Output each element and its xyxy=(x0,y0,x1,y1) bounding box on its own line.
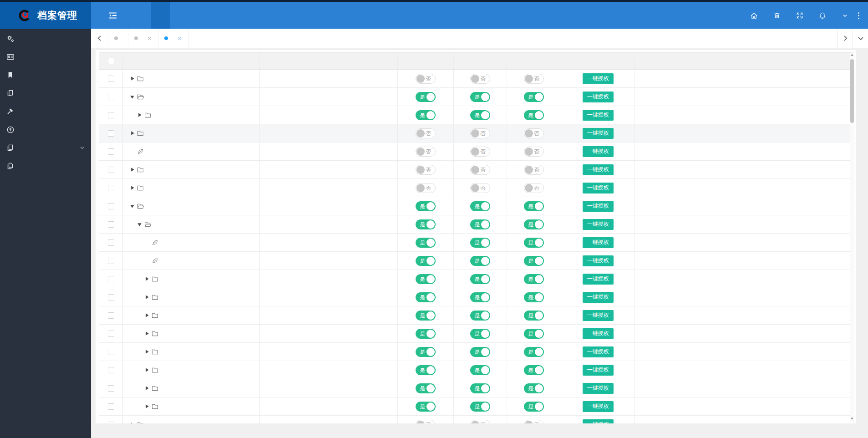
toggle-readable[interactable]: 是 xyxy=(416,311,436,321)
toggle-writable[interactable]: 是 xyxy=(470,92,490,102)
sidebar-item-6[interactable] xyxy=(0,139,91,157)
toggle-downloadable[interactable]: 是 xyxy=(524,347,544,357)
authorize-button[interactable]: 一键授权 xyxy=(583,146,614,157)
toggle-downloadable[interactable]: 否 xyxy=(524,165,544,175)
toggle-writable[interactable]: 否 xyxy=(470,128,490,138)
row-checkbox[interactable] xyxy=(108,148,114,155)
toggle-writable[interactable]: 是 xyxy=(470,201,490,211)
sidebar-item-1[interactable] xyxy=(0,48,91,66)
row-checkbox[interactable] xyxy=(108,385,114,392)
toggle-readable[interactable]: 是 xyxy=(416,274,436,284)
authorize-button[interactable]: 一键授权 xyxy=(583,255,614,266)
caret-right-icon[interactable] xyxy=(129,422,135,423)
toggle-downloadable[interactable]: 是 xyxy=(524,201,544,211)
toggle-readable[interactable]: 是 xyxy=(416,201,436,211)
row-checkbox[interactable] xyxy=(108,331,114,337)
toggle-downloadable[interactable]: 是 xyxy=(524,92,544,102)
sidebar-item-7[interactable] xyxy=(0,157,91,175)
sidebar-item-2[interactable] xyxy=(0,66,91,84)
toggle-writable[interactable]: 是 xyxy=(470,292,490,302)
row-checkbox[interactable] xyxy=(108,94,114,100)
toggle-downloadable[interactable]: 是 xyxy=(524,274,544,284)
row-checkbox[interactable] xyxy=(108,422,114,424)
toggle-readable[interactable]: 是 xyxy=(416,256,436,266)
sidebar-item-5[interactable] xyxy=(0,121,91,139)
more-options-button[interactable] xyxy=(853,2,863,29)
authorize-button[interactable]: 一键授权 xyxy=(583,383,614,394)
authorize-button[interactable]: 一键授权 xyxy=(583,164,614,175)
toggle-writable[interactable]: 是 xyxy=(470,365,490,375)
authorize-button[interactable]: 一键授权 xyxy=(583,128,614,139)
toggle-readable[interactable]: 是 xyxy=(416,383,436,393)
row-checkbox[interactable] xyxy=(108,276,114,282)
row-checkbox[interactable] xyxy=(108,294,114,300)
authorize-button[interactable]: 一键授权 xyxy=(583,110,614,121)
toggle-writable[interactable]: 是 xyxy=(470,256,490,266)
toggle-writable[interactable]: 否 xyxy=(470,420,490,424)
sidebar-collapse-icon[interactable] xyxy=(108,2,118,29)
toggle-downloadable[interactable]: 否 xyxy=(524,147,544,157)
toggle-readable[interactable]: 是 xyxy=(416,347,436,357)
toggle-readable[interactable]: 否 xyxy=(416,147,436,157)
toggle-downloadable[interactable]: 否 xyxy=(524,74,544,84)
toggle-readable[interactable]: 是 xyxy=(416,110,436,120)
top-menu-item-0[interactable] xyxy=(132,2,151,29)
toggle-writable[interactable]: 是 xyxy=(470,274,490,284)
caret-down-icon[interactable] xyxy=(129,94,135,100)
toggle-writable[interactable]: 是 xyxy=(470,402,490,412)
sidebar-item-3[interactable] xyxy=(0,84,91,102)
toggle-readable[interactable]: 是 xyxy=(416,219,436,229)
toggle-readable[interactable]: 否 xyxy=(416,420,436,424)
toggle-writable[interactable]: 是 xyxy=(470,311,490,321)
toggle-downloadable[interactable]: 是 xyxy=(524,219,544,229)
row-checkbox[interactable] xyxy=(108,203,114,209)
toggle-downloadable[interactable]: 是 xyxy=(524,365,544,375)
authorize-button[interactable]: 一键授权 xyxy=(583,419,614,424)
authorize-button[interactable]: 一键授权 xyxy=(583,365,614,376)
row-checkbox[interactable] xyxy=(108,167,114,173)
sidebar-item-0[interactable] xyxy=(0,30,91,48)
authorize-button[interactable]: 一键授权 xyxy=(583,237,614,248)
tab-close-icon[interactable]: ✕ xyxy=(147,36,152,41)
caret-right-icon[interactable] xyxy=(144,349,150,355)
toggle-writable[interactable]: 是 xyxy=(470,238,490,248)
caret-right-icon[interactable] xyxy=(144,331,150,336)
toggle-readable[interactable]: 否 xyxy=(416,74,436,84)
tab-0[interactable] xyxy=(108,29,128,48)
toggle-downloadable[interactable]: 是 xyxy=(524,383,544,393)
toggle-writable[interactable]: 是 xyxy=(470,219,490,229)
tab-close-icon[interactable]: ✕ xyxy=(177,36,182,41)
toggle-writable[interactable]: 否 xyxy=(470,165,490,175)
toggle-readable[interactable]: 否 xyxy=(416,128,436,138)
toggle-downloadable[interactable]: 是 xyxy=(524,238,544,248)
authorize-button[interactable]: 一键授权 xyxy=(583,346,614,357)
caret-right-icon[interactable] xyxy=(129,76,135,81)
caret-right-icon[interactable] xyxy=(144,367,150,373)
tabs-menu-button[interactable] xyxy=(853,29,868,48)
toggle-downloadable[interactable]: 是 xyxy=(524,292,544,302)
toggle-downloadable[interactable]: 否 xyxy=(524,183,544,193)
toggle-writable[interactable]: 否 xyxy=(470,74,490,84)
authorize-button[interactable]: 一键授权 xyxy=(583,401,614,412)
tabs-scroll-right-button[interactable] xyxy=(837,29,853,48)
authorize-button[interactable]: 一键授权 xyxy=(583,310,614,321)
row-checkbox[interactable] xyxy=(108,403,114,410)
row-checkbox[interactable] xyxy=(108,112,114,118)
user-dropdown[interactable] xyxy=(834,13,853,18)
caret-right-icon[interactable] xyxy=(129,185,135,191)
toggle-downloadable[interactable]: 是 xyxy=(524,256,544,266)
caret-right-icon[interactable] xyxy=(144,312,150,318)
authorize-button[interactable]: 一键授权 xyxy=(583,292,614,303)
toggle-readable[interactable]: 是 xyxy=(416,402,436,412)
toggle-writable[interactable]: 否 xyxy=(470,147,490,157)
row-checkbox[interactable] xyxy=(108,258,114,264)
caret-right-icon[interactable] xyxy=(144,403,150,409)
toggle-downloadable[interactable]: 是 xyxy=(524,329,544,339)
select-all-checkbox[interactable] xyxy=(108,58,114,64)
expand-button[interactable] xyxy=(788,2,811,29)
caret-down-icon[interactable] xyxy=(129,203,135,209)
toggle-readable[interactable]: 是 xyxy=(416,238,436,248)
toggle-writable[interactable]: 是 xyxy=(470,110,490,120)
row-checkbox[interactable] xyxy=(108,76,114,82)
authorize-button[interactable]: 一键授权 xyxy=(583,274,614,285)
